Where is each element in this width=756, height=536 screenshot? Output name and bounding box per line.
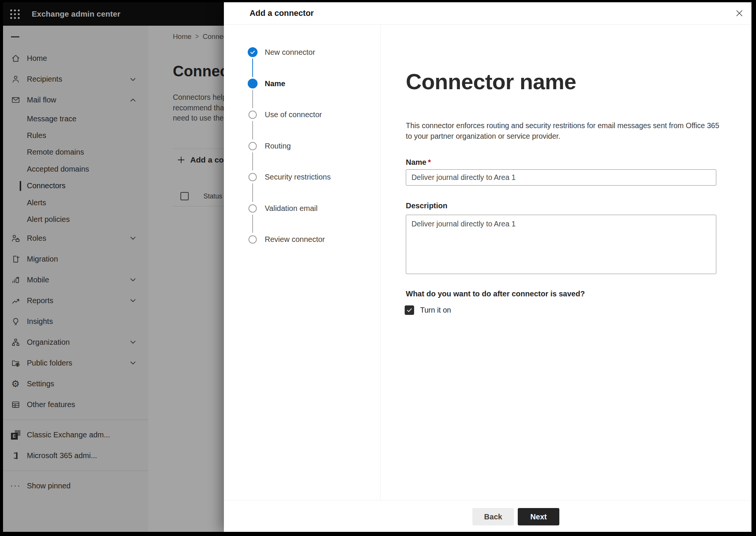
close-icon xyxy=(734,8,744,18)
close-button[interactable] xyxy=(733,6,746,20)
step-indicator xyxy=(248,47,258,57)
step-indicator xyxy=(248,204,257,212)
wizard-step-new-connector[interactable]: New connector xyxy=(248,47,315,57)
step-indicator xyxy=(248,173,257,181)
description-input[interactable]: Deliver journal directly to Area 1 xyxy=(406,215,716,274)
step-indicator xyxy=(248,142,257,150)
after-save-question: What do you want to do after connector i… xyxy=(406,290,585,298)
turn-it-on-label: Turn it on xyxy=(420,306,451,314)
add-connector-dialog: Add a connector New connector Name Use o… xyxy=(224,2,751,532)
wizard-divider xyxy=(380,25,380,500)
name-input[interactable] xyxy=(406,169,716,186)
wizard-step-review-connector[interactable]: Review connector xyxy=(248,235,325,244)
required-marker: * xyxy=(428,158,431,166)
step-connector-line xyxy=(252,59,253,77)
step-indicator xyxy=(248,110,257,119)
description-field-label: Description xyxy=(406,201,447,210)
step-page-title: Connector name xyxy=(406,69,576,94)
wizard-steps: New connector Name Use of connector Rout… xyxy=(224,2,380,500)
checkbox-checked[interactable] xyxy=(405,305,414,315)
wizard-step-use-of-connector[interactable]: Use of connector xyxy=(248,110,322,119)
step-page-description: This connector enforces routing and secu… xyxy=(406,120,731,141)
name-field-label: Name* xyxy=(406,158,431,167)
dialog-footer: Back Next xyxy=(224,500,751,532)
wizard-step-security-restrictions[interactable]: Security restrictions xyxy=(248,173,331,181)
step-connector-line xyxy=(252,90,253,108)
screenshot-frame: Exchange admin center Home Recipients Ma… xyxy=(0,0,756,536)
turn-it-on-checkbox-row[interactable]: Turn it on xyxy=(405,305,451,315)
step-connector-line xyxy=(252,183,253,202)
step-connector-line xyxy=(252,152,253,170)
wizard-step-name[interactable]: Name xyxy=(248,79,285,88)
wizard-step-routing[interactable]: Routing xyxy=(248,142,291,150)
step-connector-line xyxy=(252,121,253,139)
step-connector-line xyxy=(252,215,253,233)
back-button[interactable]: Back xyxy=(472,508,514,525)
screen: Exchange admin center Home Recipients Ma… xyxy=(3,2,751,532)
wizard-step-validation-email[interactable]: Validation email xyxy=(248,204,318,213)
step-indicator xyxy=(248,235,257,243)
checkmark-icon xyxy=(406,307,413,313)
step-indicator xyxy=(248,79,258,88)
next-button[interactable]: Next xyxy=(518,508,559,525)
